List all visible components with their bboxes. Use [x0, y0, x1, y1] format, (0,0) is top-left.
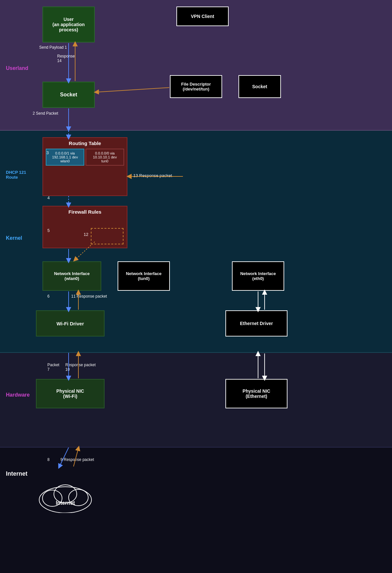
network-interface-tun0-box: Network Interface(tun0) [118, 261, 170, 291]
step2-label: 2 Send Packet [33, 111, 58, 116]
step3-label: 3 [46, 150, 49, 155]
step11-label: 11 Response packet [71, 294, 107, 299]
route1-box: 0.0.0.0/1 via192.168.1.1 devwlan0 [46, 149, 84, 166]
svg-text:Internet: Internet [56, 500, 75, 506]
network-interface-eth0-box: Network Interface(eth0) [232, 261, 284, 291]
file-descriptor-box: File Descriptor(/dev/net/tun) [170, 75, 222, 98]
step6-label: 6 [47, 294, 50, 299]
socket-vpn-box: Socket [238, 75, 281, 98]
wifi-driver-box: Wi-Fi Driver [36, 310, 105, 336]
dhcp-route-label: DHCP 121Route [6, 170, 26, 180]
internet-label: Internet [6, 470, 27, 477]
step8-label: 8 [47, 457, 50, 462]
kernel-label: Kernel [6, 235, 22, 241]
svg-line-22 [59, 448, 69, 467]
internet-cloud: Internet [33, 467, 98, 513]
network-interface-wlan0-box: Network Interface(wlan0) [42, 261, 101, 291]
step14-label: Response14 [57, 54, 75, 63]
svg-line-3 [96, 88, 169, 92]
firewall-inner-dashed [91, 228, 123, 244]
routing-table-box: Routing Table 0.0.0.0/1 via192.168.1.1 d… [42, 137, 127, 196]
step10-label: Response packet10 [65, 363, 96, 372]
step4-label: 4 [47, 195, 50, 200]
physical-nic-wifi-box: Physical NIC(Wi-Fi) [36, 379, 105, 408]
step1-label: Send Payload 1 [39, 45, 67, 50]
vpn-client-box: VPN Client [176, 7, 229, 26]
route2-box: 0.0.0.0/0 via10.10.10.1 devtun0 [86, 149, 124, 166]
step5-label: 5 [47, 228, 50, 233]
step9-label: 9 Response packet [60, 457, 94, 462]
ethernet-driver-box: Ethernet Driver [225, 310, 287, 336]
step7-label: Packet7 [47, 363, 59, 372]
socket-userland-box: Socket [42, 82, 95, 108]
firewall-rules-box: Firewall Rules [42, 206, 127, 248]
hardware-label: Hardware [6, 392, 30, 398]
userland-label: Userland [6, 65, 28, 71]
user-box: User(an applicationprocess) [42, 7, 95, 42]
physical-nic-ethernet-box: Physical NIC(Ethernet) [225, 379, 287, 408]
step12-label: 12 [84, 232, 88, 237]
step13-label: 13 Response packet [133, 173, 172, 178]
